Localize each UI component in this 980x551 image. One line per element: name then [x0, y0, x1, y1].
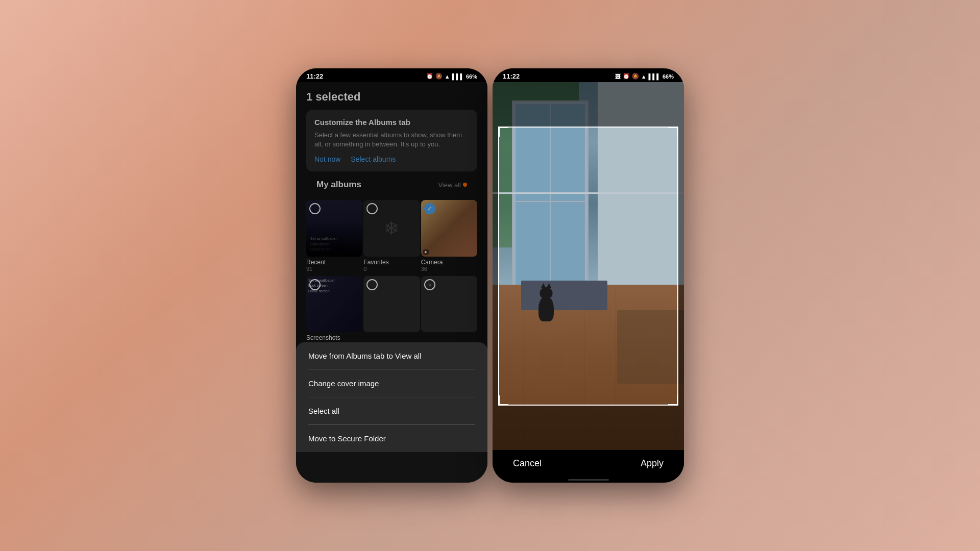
- status-bar-left: 11:22 ⏰ 🔕 ▲ ▌▌▌ 66%: [296, 68, 487, 82]
- scene-door-frame: [512, 101, 589, 303]
- status-time-left: 11:22: [306, 72, 323, 80]
- battery-right: 66%: [663, 73, 674, 80]
- menu-item-move-to-secure[interactable]: Move to Secure Folder: [296, 425, 487, 452]
- cat-ear-left: [541, 283, 546, 288]
- apply-button[interactable]: Apply: [641, 458, 664, 469]
- context-menu: Move from Albums tab to View all Change …: [296, 342, 487, 452]
- cat-body: [538, 296, 554, 321]
- menu-item-move-from-albums[interactable]: Move from Albums tab to View all: [296, 342, 487, 369]
- cat-silhouette: [531, 281, 561, 321]
- alarm-icon: ⏰: [426, 73, 433, 80]
- status-icons-left: ⏰ 🔕 ▲ ▌▌▌ 66%: [426, 73, 477, 80]
- battery-left: 66%: [466, 73, 477, 80]
- cancel-button[interactable]: Cancel: [513, 458, 542, 469]
- wifi-icon: ▲: [445, 73, 450, 80]
- right-phone-content: Cancel Apply: [493, 82, 684, 483]
- wifi-icon-r: ▲: [641, 73, 647, 80]
- cat-head: [540, 287, 553, 298]
- gallery-icon: 🖼: [615, 73, 621, 80]
- left-phone: 11:22 ⏰ 🔕 ▲ ▌▌▌ 66% 1 selected Customize…: [296, 68, 487, 483]
- mute-icon-r: 🔕: [632, 73, 639, 80]
- cat-ear-right: [547, 283, 552, 288]
- status-icons-right: 🖼 ⏰ 🔕 ▲ ▌▌▌ 66%: [615, 73, 674, 80]
- mute-icon: 🔕: [435, 73, 443, 80]
- left-phone-content: 1 selected Customize the Albums tab Sele…: [296, 82, 487, 483]
- crop-image-area: [493, 82, 684, 450]
- menu-item-select-all[interactable]: Select all: [296, 397, 487, 424]
- status-time-right: 11:22: [503, 72, 520, 80]
- photo-table: [617, 310, 684, 384]
- scroll-indicator: [568, 479, 609, 481]
- photo-railing: [493, 192, 684, 194]
- right-bottom-actions: Cancel Apply: [493, 450, 684, 477]
- alarm-icon-r: ⏰: [623, 73, 630, 80]
- right-phone: 11:22 🖼 ⏰ 🔕 ▲ ▌▌▌ 66%: [493, 68, 684, 483]
- menu-item-change-cover[interactable]: Change cover image: [296, 370, 487, 397]
- photo-scene: [493, 82, 684, 450]
- signal-icon-r: ▌▌▌: [649, 73, 660, 80]
- signal-icon: ▌▌▌: [452, 73, 464, 80]
- status-bar-right: 11:22 🖼 ⏰ 🔕 ▲ ▌▌▌ 66%: [493, 68, 684, 82]
